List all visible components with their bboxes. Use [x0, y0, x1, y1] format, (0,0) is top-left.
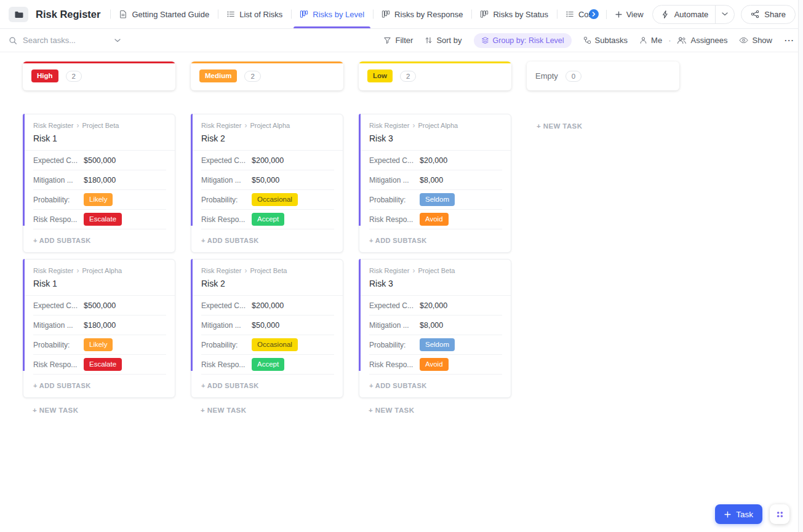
field-value[interactable]: $180,000 — [84, 321, 116, 330]
field-value[interactable]: $8,000 — [420, 176, 443, 185]
subtasks-button[interactable]: Subtasks — [583, 36, 628, 45]
breadcrumb-root[interactable]: Risk Register — [201, 267, 241, 274]
field-row-risk-respo[interactable]: Risk Respo... Avoid — [369, 355, 502, 375]
field-value[interactable]: $500,000 — [84, 156, 116, 165]
field-row-mitigation[interactable]: Mitigation ... $50,000 — [201, 170, 334, 190]
field-value[interactable]: Avoid — [420, 213, 449, 226]
tab-risks-by-response[interactable]: Risks by Response — [373, 0, 471, 28]
task-card[interactable]: Risk Register › Project Beta Risk 1 Expe… — [23, 114, 175, 253]
field-value[interactable]: $200,000 — [252, 301, 284, 310]
search-box[interactable] — [9, 36, 121, 45]
new-task-button[interactable]: + NEW TASK — [537, 122, 582, 130]
field-value[interactable]: Escalate — [84, 358, 122, 371]
new-task-button[interactable]: + NEW TASK — [369, 407, 414, 414]
field-row-expected-c[interactable]: Expected C... $200,000 — [201, 151, 334, 170]
add-subtask-button[interactable]: + ADD SUBTASK — [23, 229, 175, 252]
task-card[interactable]: Risk Register › Project Beta Risk 2 Expe… — [191, 259, 343, 398]
field-value[interactable]: Escalate — [84, 213, 122, 226]
tab-risks-by-level[interactable]: Risks by Level — [291, 0, 373, 28]
breadcrumb-root[interactable]: Risk Register — [201, 122, 241, 129]
me-filter-button[interactable]: Me — [639, 36, 662, 45]
field-row-expected-c[interactable]: Expected C... $20,000 — [369, 151, 502, 170]
field-value[interactable]: Accept — [252, 358, 284, 371]
tab-list-of-risks[interactable]: List of Risks — [218, 0, 291, 28]
field-value[interactable]: $500,000 — [84, 301, 116, 310]
field-value[interactable]: Likely — [84, 338, 113, 351]
breadcrumb-root[interactable]: Risk Register — [369, 122, 409, 129]
field-row-risk-respo[interactable]: Risk Respo... Avoid — [369, 210, 502, 229]
field-value[interactable]: $50,000 — [252, 321, 279, 330]
field-value[interactable]: Accept — [252, 213, 284, 226]
breadcrumb-leaf[interactable]: Project Beta — [82, 122, 119, 129]
field-value[interactable]: $50,000 — [252, 176, 279, 185]
task-card[interactable]: Risk Register › Project Alpha Risk 2 Exp… — [191, 114, 343, 253]
field-value[interactable]: Occasional — [252, 193, 298, 206]
breadcrumb-root[interactable]: Risk Register — [369, 267, 409, 274]
chevron-down-icon[interactable] — [114, 39, 121, 42]
field-row-probability[interactable]: Probability: Seldom — [369, 190, 502, 210]
assignees-button[interactable]: Assignees — [677, 36, 727, 45]
new-task-button[interactable]: + NEW TASK — [33, 407, 78, 414]
field-row-risk-respo[interactable]: Risk Respo... Accept — [201, 355, 334, 375]
field-value[interactable]: $180,000 — [84, 176, 116, 185]
field-value[interactable]: Seldom — [420, 338, 455, 351]
automate-button[interactable]: Automate — [652, 5, 735, 24]
field-row-expected-c[interactable]: Expected C... $500,000 — [33, 296, 166, 316]
column-header[interactable]: Medium 2 — [191, 62, 343, 90]
add-subtask-button[interactable]: + ADD SUBTASK — [191, 375, 343, 397]
field-row-expected-c[interactable]: Expected C... $500,000 — [33, 151, 166, 170]
task-card[interactable]: Risk Register › Project Beta Risk 3 Expe… — [359, 259, 511, 398]
task-card[interactable]: Risk Register › Project Alpha Risk 1 Exp… — [23, 259, 175, 398]
share-button[interactable]: Share — [741, 5, 796, 24]
breadcrumb-root[interactable]: Risk Register — [33, 267, 73, 274]
add-view-button[interactable]: View — [609, 10, 650, 19]
column-header[interactable]: Low 2 — [359, 62, 511, 90]
field-value[interactable]: $20,000 — [420, 301, 447, 310]
column-header[interactable]: High 2 — [23, 62, 175, 90]
more-options-button[interactable]: ⋯ — [784, 36, 794, 46]
field-row-risk-respo[interactable]: Risk Respo... Accept — [201, 210, 334, 229]
field-value[interactable]: $8,000 — [420, 321, 443, 330]
task-title[interactable]: Risk 1 — [33, 133, 166, 143]
tab-getting-started-guide[interactable]: Getting Started Guide — [110, 0, 218, 28]
field-value[interactable]: Occasional — [252, 338, 298, 351]
field-row-mitigation[interactable]: Mitigation ... $8,000 — [369, 316, 502, 335]
show-button[interactable]: Show — [739, 36, 772, 45]
task-title[interactable]: Risk 2 — [201, 279, 334, 288]
field-row-probability[interactable]: Probability: Seldom — [369, 335, 502, 355]
breadcrumb-leaf[interactable]: Project Beta — [418, 267, 455, 274]
field-value[interactable]: Avoid — [420, 358, 449, 371]
field-row-mitigation[interactable]: Mitigation ... $180,000 — [33, 170, 166, 190]
field-row-mitigation[interactable]: Mitigation ... $180,000 — [33, 316, 166, 335]
field-value[interactable]: $20,000 — [420, 156, 447, 165]
field-value[interactable]: Likely — [84, 193, 113, 206]
add-subtask-button[interactable]: + ADD SUBTASK — [23, 375, 175, 397]
breadcrumb-root[interactable]: Risk Register — [33, 122, 73, 129]
field-row-mitigation[interactable]: Mitigation ... $50,000 — [201, 316, 334, 335]
filter-button[interactable]: Filter — [383, 36, 413, 45]
add-subtask-button[interactable]: + ADD SUBTASK — [359, 229, 511, 252]
breadcrumb-leaf[interactable]: Project Beta — [250, 267, 287, 274]
field-row-probability[interactable]: Probability: Likely — [33, 190, 166, 210]
field-value[interactable]: $200,000 — [252, 156, 284, 165]
add-subtask-button[interactable]: + ADD SUBTASK — [191, 229, 343, 252]
tab-risks-by-status[interactable]: Risks by Status — [471, 0, 557, 28]
app-grid-button[interactable] — [770, 504, 789, 524]
field-row-expected-c[interactable]: Expected C... $200,000 — [201, 296, 334, 316]
folder-icon-button[interactable] — [9, 7, 28, 22]
task-card[interactable]: Risk Register › Project Alpha Risk 3 Exp… — [359, 114, 511, 253]
breadcrumb-leaf[interactable]: Project Alpha — [82, 267, 122, 274]
task-title[interactable]: Risk 2 — [201, 133, 334, 143]
field-value[interactable]: Seldom — [420, 193, 455, 206]
group-by-button[interactable]: Group by: Risk Level — [474, 33, 572, 48]
field-row-expected-c[interactable]: Expected C... $20,000 — [369, 296, 502, 316]
scrollbar[interactable] — [798, 0, 803, 532]
field-row-probability[interactable]: Probability: Occasional — [201, 190, 334, 210]
field-row-risk-respo[interactable]: Risk Respo... Escalate — [33, 210, 166, 229]
field-row-probability[interactable]: Probability: Likely — [33, 335, 166, 355]
breadcrumb-leaf[interactable]: Project Alpha — [418, 122, 458, 129]
field-row-mitigation[interactable]: Mitigation ... $8,000 — [369, 170, 502, 190]
new-task-fab[interactable]: Task — [715, 504, 762, 524]
search-input[interactable] — [23, 36, 109, 45]
new-task-button[interactable]: + NEW TASK — [201, 407, 246, 414]
